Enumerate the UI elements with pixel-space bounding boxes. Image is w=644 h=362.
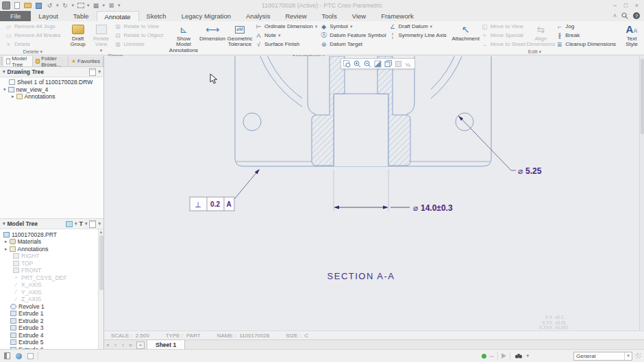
app-icon[interactable] [2,1,10,10]
browser-toggle-icon[interactable] [14,352,23,360]
filter-dropdown[interactable]: General [573,352,632,361]
tab-tools[interactable]: Tools [314,11,345,21]
new-file-icon[interactable] [12,1,21,10]
tab-analysis[interactable]: Analysis [238,11,277,21]
canvas-vertical-scrollbar[interactable] [639,56,644,331]
select-region-icon[interactable] [76,1,85,10]
undo-dropdown-caret-icon[interactable] [56,3,59,8]
text-style-button[interactable]: AAText Style [621,22,642,48]
section-label[interactable]: SECTION A-A [327,271,395,281]
zoom-out-icon[interactable] [363,60,372,68]
add-sheet-button[interactable]: + [136,341,145,349]
minimize-button[interactable] [610,1,619,9]
repaint-icon[interactable] [373,60,382,68]
tab-framework[interactable]: Framework [373,11,421,21]
attachment-button[interactable]: Attachment [452,22,480,42]
tree-item-csys[interactable]: PRT_CSYS_DEF [2,274,98,281]
view-expanded-icon[interactable] [3,87,6,92]
tree-item-extrude-4[interactable]: Extrude 4 [2,331,98,339]
remove-all-breaks-button[interactable]: Remove All Breaks [3,31,62,40]
cleanup-dimensions-button[interactable]: Cleanup Dimensions [554,40,617,49]
help-icon[interactable]: ? [633,12,640,19]
tab-favorites[interactable]: Favorites [69,56,103,66]
relate-to-view-button[interactable]: Relate to View [113,22,164,31]
undo-icon[interactable] [45,1,54,10]
tab-legacy-migration[interactable]: Legacy Migration [174,11,238,21]
datum-target-button[interactable]: Datum Target [319,40,387,49]
draft-datum-button[interactable]: Draft Datum [387,22,447,31]
datum-feature-symbol-button[interactable]: Datum Feature Symbol [319,31,387,40]
tab-folder-browser[interactable]: Folder Brows... [33,56,69,66]
break-button[interactable]: Break [554,31,617,40]
delete-button[interactable]: Delete [3,40,62,49]
tree-item-view[interactable]: new_view_4 [2,86,103,94]
tree-item-y-axis[interactable]: Y_AXIS [2,288,98,296]
qat-customize-caret-icon[interactable] [118,3,121,8]
tree-item-annotations[interactable]: Annotations [2,93,103,101]
scrollbar-thumb[interactable] [99,235,103,290]
tree-item-sheet[interactable]: Sheet 1 of 1100170028.DRW [2,79,103,86]
filter-caret-icon[interactable] [85,221,88,227]
width-dimension[interactable]: ⌀ 14.0±0.3 [334,169,453,213]
jog-button[interactable]: Jog [554,22,617,31]
remove-all-jogs-button[interactable]: Remove All Jogs [3,22,62,31]
save-icon[interactable] [34,1,43,10]
model-tree-scrollbar[interactable]: ▲ [98,229,103,349]
tree-display-icon[interactable] [89,220,96,228]
edit-group-label[interactable]: Edit [452,49,617,55]
hole-dimension[interactable]: ⌀ 5.25 [458,116,542,176]
zoom-in-icon[interactable] [353,60,362,68]
hole-dimension-text[interactable]: 5.25 [525,166,542,176]
feature-control-frame[interactable]: ⊥ 0.2 A [190,169,260,211]
tree-item-right-plane[interactable]: RIGHT [2,253,98,260]
width-dimension-text[interactable]: 14.0±0.3 [421,203,453,213]
tab-model-tree[interactable]: Model Tree [3,56,32,66]
delete-group-label[interactable]: Delete [3,49,62,55]
align-dimensions-button[interactable]: Align Dimensions [527,22,554,48]
sheet-tab[interactable]: Sheet 1 [147,339,185,349]
open-file-icon[interactable] [23,1,32,10]
resize-grip[interactable] [636,353,641,359]
redo-icon[interactable] [61,1,70,10]
first-sheet-icon[interactable]: « [104,341,112,349]
display-style-icon[interactable] [384,60,393,68]
materials-expander-icon[interactable] [5,239,8,244]
find-caret-icon[interactable] [526,353,529,359]
tab-file[interactable]: File [0,11,31,21]
surface-finish-button[interactable]: Surface Finish [253,40,319,49]
perspective-icon[interactable]: ¼ [404,60,413,68]
flag-icon[interactable] [501,353,506,359]
relate-to-object-button[interactable]: Relate to Object [113,31,164,40]
canvas-scrollbar-thumb[interactable] [641,59,644,134]
tree-item-part[interactable]: 1100170028.PRT [2,231,98,238]
last-sheet-icon[interactable]: » [127,341,134,349]
tree-item-x-axis[interactable]: X_AXIS [2,281,98,289]
tree-item-materials[interactable]: Materials [2,238,98,246]
search-icon[interactable] [621,12,628,19]
tab-annotate[interactable]: Annotate [97,11,139,21]
tree-item-top-plane[interactable]: TOP [2,259,98,267]
display-dropdown-caret-icon[interactable] [103,3,106,8]
scroll-up-icon[interactable]: ▲ [99,229,103,235]
redo-dropdown-caret-icon[interactable] [72,3,75,8]
close-window-icon[interactable] [107,1,116,10]
drawing-view[interactable]: ⌀ 14.0±0.3 ⌀ 5.25 ⊥ 0.2 A SECTION A-A X.… [104,56,639,331]
navigator-toggle-icon[interactable] [3,352,12,360]
close-button[interactable] [632,1,641,9]
symbol-button[interactable]: Symbol [319,22,387,31]
show-model-annotations-button[interactable]: Show Model Annotations [169,22,199,53]
region-dropdown-caret-icon[interactable] [87,3,90,8]
note-button[interactable]: Note [253,31,319,40]
tree-item-annotations[interactable]: Annotations [2,245,98,253]
annotations-expander-icon[interactable] [5,246,8,252]
move-to-sheet-button[interactable]: Move to Sheet [480,40,528,49]
tree-item-extrude-3[interactable]: Extrude 3 [2,324,98,332]
drawing-tree-settings-icon[interactable] [89,68,96,76]
drawing-tree-collapse-icon[interactable] [3,69,5,75]
ordinate-dimension-button[interactable]: Ordinate Dimension [253,22,319,31]
move-special-button[interactable]: Move Special [480,31,528,40]
bolt-hole-left[interactable] [243,113,261,131]
dimension-button[interactable]: Dimension [199,22,226,42]
full-screen-toggle-icon[interactable] [26,352,35,360]
saved-views-icon[interactable] [394,60,403,68]
